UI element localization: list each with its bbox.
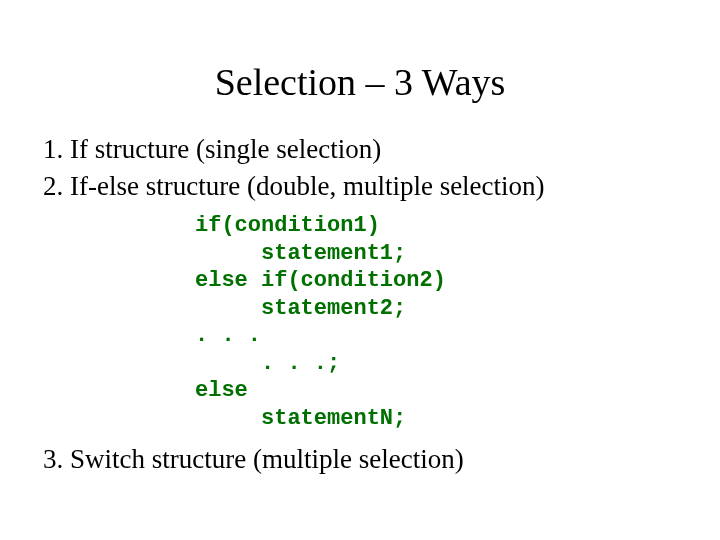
ordered-list: If structure (single selection) If-else … [70, 132, 680, 204]
slide-title: Selection – 3 Ways [40, 60, 680, 104]
code-block: if(condition1) statement1; else if(condi… [195, 212, 680, 432]
list-item-1: If structure (single selection) [70, 132, 680, 167]
list-item-2: If-else structure (double, multiple sele… [70, 169, 680, 204]
slide: Selection – 3 Ways If structure (single … [0, 0, 720, 540]
ordered-list-continued: Switch structure (multiple selection) [70, 442, 680, 477]
list-item-3: Switch structure (multiple selection) [70, 442, 680, 477]
